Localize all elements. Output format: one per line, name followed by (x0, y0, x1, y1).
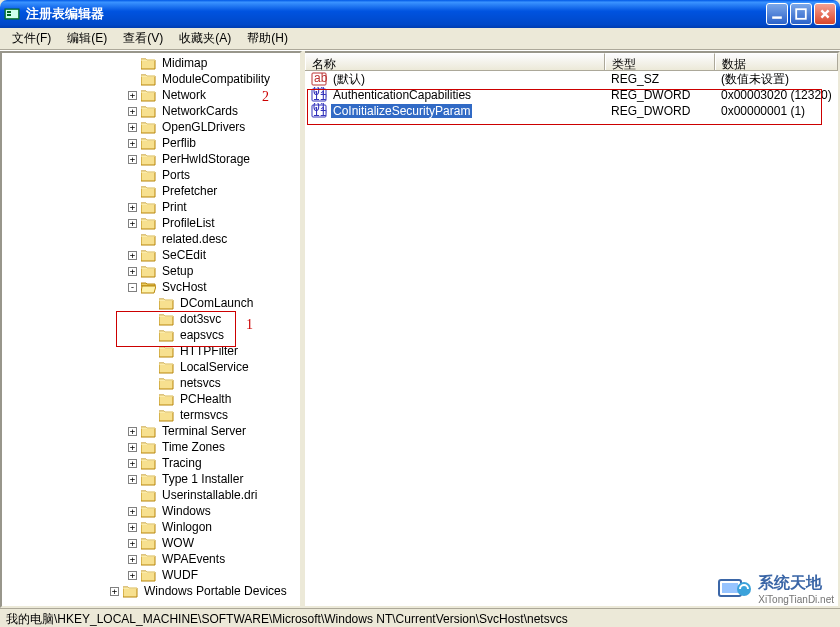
maximize-button[interactable] (790, 3, 812, 25)
expand-icon[interactable]: + (128, 123, 137, 132)
tree-item[interactable]: +Print (2, 199, 300, 215)
tree-item[interactable]: Ports (2, 167, 300, 183)
expand-icon[interactable]: + (128, 139, 137, 148)
expand-icon[interactable]: + (128, 203, 137, 212)
tree-label: ModuleCompatibility (160, 71, 272, 87)
status-bar: 我的电脑\HKEY_LOCAL_MACHINE\SOFTWARE\Microso… (0, 608, 840, 627)
column-header-type[interactable]: 类型 (605, 53, 715, 70)
tree-item[interactable]: +Setup (2, 263, 300, 279)
folder-icon (141, 569, 156, 582)
registry-tree: MidimapModuleCompatibility+Network+Netwo… (2, 53, 300, 601)
expand-icon[interactable]: + (128, 555, 137, 564)
column-header-name[interactable]: 名称 (305, 53, 605, 70)
expand-icon[interactable]: + (128, 427, 137, 436)
expand-icon[interactable]: + (128, 91, 137, 100)
expand-icon[interactable]: + (128, 107, 137, 116)
tree-item[interactable]: +Windows Portable Devices (2, 583, 300, 599)
tree-item[interactable]: ModuleCompatibility (2, 71, 300, 87)
tree-item[interactable]: Userinstallable.dri (2, 487, 300, 503)
folder-icon (141, 89, 156, 102)
string-value-icon: ab (311, 71, 327, 87)
values-pane[interactable]: 名称 类型 数据 ab(默认)REG_SZ(数值未设置)011110Authen… (305, 51, 840, 608)
tree-item[interactable]: termsvcs (2, 407, 300, 423)
expand-icon[interactable]: + (128, 475, 137, 484)
value-name: CoInitializeSecurityParam (331, 104, 472, 118)
menu-file[interactable]: 文件(F) (4, 28, 59, 49)
tree-item[interactable]: dot3svc (2, 311, 300, 327)
menu-bar: 文件(F) 编辑(E) 查看(V) 收藏夹(A) 帮助(H) (0, 28, 840, 50)
tree-item[interactable]: +Type 1 Installer (2, 471, 300, 487)
tree-item[interactable]: -SvcHost (2, 279, 300, 295)
expand-icon[interactable]: + (128, 459, 137, 468)
tree-item[interactable]: +Winlogon (2, 519, 300, 535)
folder-icon (141, 201, 156, 214)
expand-icon[interactable]: + (128, 523, 137, 532)
watermark-text: 系统天地 (758, 573, 834, 594)
tree-label: Prefetcher (160, 183, 219, 199)
tree-item[interactable]: LocalService (2, 359, 300, 375)
expand-icon[interactable]: + (128, 539, 137, 548)
tree-item[interactable]: +WUDF (2, 567, 300, 583)
tree-item[interactable]: +OpenGLDrivers (2, 119, 300, 135)
collapse-icon[interactable]: - (128, 283, 137, 292)
expand-icon[interactable]: + (128, 267, 137, 276)
tree-item[interactable]: +NetworkCards (2, 103, 300, 119)
tree-item[interactable]: Midimap (2, 55, 300, 71)
minimize-button[interactable] (766, 3, 788, 25)
menu-edit[interactable]: 编辑(E) (59, 28, 115, 49)
folder-icon (141, 73, 156, 86)
value-row[interactable]: 011110AuthenticationCapabilitiesREG_DWOR… (305, 87, 838, 103)
tree-item[interactable]: +WPAEvents (2, 551, 300, 567)
tree-item[interactable]: netsvcs (2, 375, 300, 391)
folder-icon (141, 185, 156, 198)
expand-icon[interactable]: + (128, 443, 137, 452)
folder-icon (141, 169, 156, 182)
tree-item[interactable]: HTTPFilter (2, 343, 300, 359)
column-header-data[interactable]: 数据 (715, 53, 838, 70)
expand-icon[interactable]: + (128, 251, 137, 260)
folder-icon (141, 57, 156, 70)
close-button[interactable] (814, 3, 836, 25)
watermark-subtext: XiTongTianDi.net (758, 594, 834, 605)
tree-item[interactable]: +Windows (2, 503, 300, 519)
expand-icon[interactable]: + (128, 155, 137, 164)
tree-item[interactable]: Prefetcher (2, 183, 300, 199)
tree-item[interactable]: eapsvcs (2, 327, 300, 343)
tree-item[interactable]: +SeCEdit (2, 247, 300, 263)
value-row[interactable]: 011110CoInitializeSecurityParamREG_DWORD… (305, 103, 838, 119)
value-row[interactable]: ab(默认)REG_SZ(数值未设置) (305, 71, 838, 87)
tree-item[interactable]: +Perflib (2, 135, 300, 151)
menu-help[interactable]: 帮助(H) (239, 28, 296, 49)
tree-item[interactable]: related.desc (2, 231, 300, 247)
svg-text:ab: ab (314, 71, 327, 85)
expand-icon[interactable]: + (128, 507, 137, 516)
value-type: REG_SZ (605, 72, 715, 86)
tree-item[interactable]: +Terminal Server (2, 423, 300, 439)
folder-icon (159, 297, 174, 310)
folder-icon (123, 585, 138, 598)
folder-icon (141, 265, 156, 278)
tree-label: termsvcs (178, 407, 230, 423)
tree-item[interactable]: +Network (2, 87, 300, 103)
tree-item[interactable]: DComLaunch (2, 295, 300, 311)
expand-icon[interactable]: + (128, 571, 137, 580)
tree-item[interactable]: +Time Zones (2, 439, 300, 455)
svg-text:110: 110 (313, 105, 327, 119)
tree-item[interactable]: PCHealth (2, 391, 300, 407)
value-name: AuthenticationCapabilities (331, 88, 473, 102)
expand-icon[interactable]: + (128, 219, 137, 228)
value-type: REG_DWORD (605, 88, 715, 102)
tree-label: Userinstallable.dri (160, 487, 259, 503)
expand-icon[interactable]: + (110, 587, 119, 596)
tree-item[interactable]: +ProfileList (2, 215, 300, 231)
menu-view[interactable]: 查看(V) (115, 28, 171, 49)
svg-rect-3 (7, 14, 11, 16)
tree-label: HTTPFilter (178, 343, 240, 359)
tree-item[interactable]: +WOW (2, 535, 300, 551)
folder-icon (141, 137, 156, 150)
tree-item[interactable]: +PerHwIdStorage (2, 151, 300, 167)
values-list: ab(默认)REG_SZ(数值未设置)011110AuthenticationC… (305, 71, 838, 119)
tree-item[interactable]: +Tracing (2, 455, 300, 471)
tree-pane[interactable]: MidimapModuleCompatibility+Network+Netwo… (0, 51, 302, 608)
menu-favorites[interactable]: 收藏夹(A) (171, 28, 239, 49)
